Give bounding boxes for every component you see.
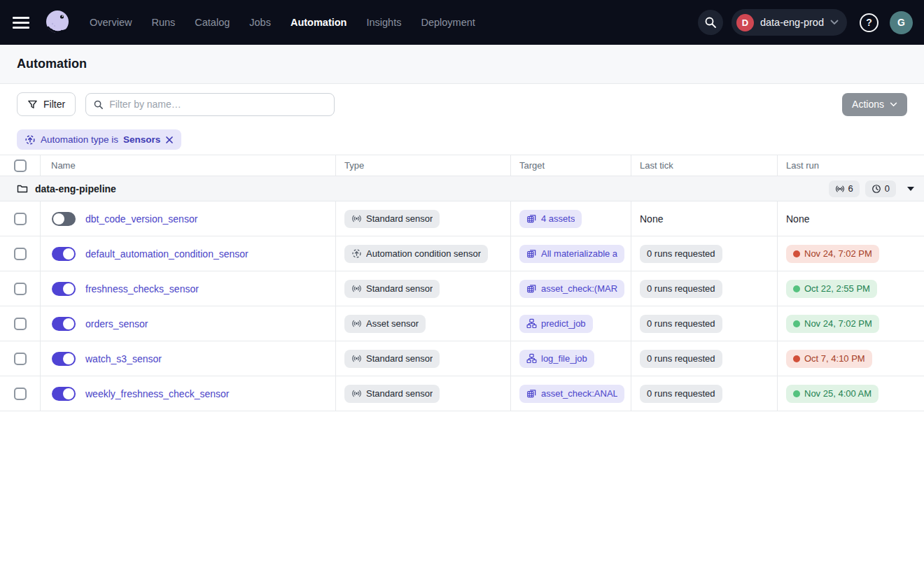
column-header-last-run: Last run bbox=[778, 155, 924, 176]
nav-items: Overview Runs Catalog Jobs Automation In… bbox=[90, 17, 475, 28]
group-counts: 6 0 bbox=[829, 180, 914, 197]
last-run-time: Nov 24, 7:02 PM bbox=[804, 318, 872, 329]
sensor-name-link[interactable]: default_automation_condition_sensor bbox=[85, 248, 248, 260]
nav-item-runs[interactable]: Runs bbox=[151, 17, 175, 28]
job-icon bbox=[526, 318, 537, 329]
target-badge[interactable]: log_file_job bbox=[519, 350, 594, 368]
sensor-name-link[interactable]: freshness_checks_sensor bbox=[85, 283, 199, 294]
type-badge: Standard sensor bbox=[344, 350, 440, 368]
column-header-last-tick: Last tick bbox=[631, 155, 778, 176]
actions-button[interactable]: Actions bbox=[842, 93, 907, 116]
type-label: Standard sensor bbox=[366, 388, 433, 399]
filter-button[interactable]: Filter bbox=[17, 92, 76, 116]
last-run-badge[interactable]: Oct 7, 4:10 PM bbox=[786, 350, 872, 368]
filter-button-label: Filter bbox=[43, 99, 65, 110]
last-run-badge[interactable]: Nov 25, 4:00 AM bbox=[786, 385, 878, 403]
target-badge[interactable]: 4 assets bbox=[519, 210, 582, 228]
search-input[interactable] bbox=[109, 99, 327, 110]
chevron-down-icon bbox=[890, 102, 897, 107]
target-badge[interactable]: asset_check:ANALY bbox=[519, 385, 624, 403]
row-checkbox[interactable] bbox=[14, 353, 27, 365]
target-badge[interactable]: asset_check:(MARK bbox=[519, 280, 624, 298]
page-header: Automation bbox=[0, 45, 924, 84]
nav-item-automation[interactable]: Automation bbox=[290, 17, 347, 28]
group-row-data-eng-pipeline[interactable]: data-eng-pipeline 6 0 bbox=[0, 176, 924, 201]
sensor-icon bbox=[351, 283, 362, 294]
last-tick-badge: 0 runs requested bbox=[640, 245, 722, 263]
sensor-toggle[interactable] bbox=[52, 317, 76, 331]
dagster-logo-icon[interactable] bbox=[42, 7, 73, 38]
failure-dot-icon bbox=[793, 355, 800, 362]
nav-item-catalog[interactable]: Catalog bbox=[195, 17, 230, 28]
row-checkbox[interactable] bbox=[14, 388, 27, 400]
select-all-checkbox[interactable] bbox=[14, 159, 27, 172]
last-tick-badge: 0 runs requested bbox=[640, 385, 722, 403]
row-checkbox[interactable] bbox=[14, 318, 27, 330]
search-icon[interactable] bbox=[698, 10, 723, 35]
type-badge: Standard sensor bbox=[344, 280, 440, 298]
table-row: watch_s3_sensor Standard sensor log_file… bbox=[0, 341, 924, 376]
target-label: log_file_job bbox=[541, 353, 587, 364]
sensor-toggle[interactable] bbox=[52, 282, 76, 296]
funnel-icon bbox=[27, 99, 38, 110]
last-tick-badge: 0 runs requested bbox=[640, 350, 722, 368]
last-tick-value: None bbox=[640, 213, 663, 225]
avatar-initial: G bbox=[897, 17, 905, 28]
type-badge: Asset sensor bbox=[344, 315, 426, 333]
success-dot-icon bbox=[793, 390, 800, 397]
nav-item-jobs[interactable]: Jobs bbox=[249, 17, 271, 28]
deployment-selector[interactable]: D data-eng-prod bbox=[732, 9, 847, 36]
asset-icon bbox=[526, 388, 537, 399]
nav-item-overview[interactable]: Overview bbox=[90, 17, 132, 28]
help-icon[interactable]: ? bbox=[860, 13, 878, 32]
folder-icon bbox=[17, 183, 28, 194]
nav-item-insights[interactable]: Insights bbox=[366, 17, 401, 28]
last-run-badge[interactable]: Nov 24, 7:02 PM bbox=[786, 315, 879, 333]
avatar[interactable]: G bbox=[890, 11, 913, 34]
sensor-name-link[interactable]: weekly_freshness_check_sensor bbox=[85, 388, 229, 399]
sensor-name-link[interactable]: dbt_code_version_sensor bbox=[85, 213, 197, 225]
top-nav: Overview Runs Catalog Jobs Automation In… bbox=[0, 0, 924, 45]
sensor-toggle[interactable] bbox=[52, 247, 76, 261]
row-checkbox[interactable] bbox=[14, 248, 27, 260]
help-glyph: ? bbox=[866, 17, 872, 28]
filter-chip-value: Sensors bbox=[123, 134, 160, 145]
close-icon[interactable] bbox=[165, 136, 174, 144]
type-label: Asset sensor bbox=[366, 318, 419, 329]
success-dot-icon bbox=[793, 285, 800, 292]
nav-item-deployment[interactable]: Deployment bbox=[421, 17, 475, 28]
nav-right: D data-eng-prod ? G bbox=[698, 9, 913, 36]
last-run-value: None bbox=[786, 213, 809, 225]
row-checkbox[interactable] bbox=[14, 283, 27, 295]
target-label: All materializable as bbox=[541, 248, 617, 259]
collapse-caret-icon[interactable] bbox=[907, 187, 914, 191]
filter-chip-prefix: Automation type is bbox=[41, 134, 118, 145]
clock-icon bbox=[872, 184, 881, 194]
hamburger-menu-icon[interactable] bbox=[13, 13, 32, 32]
filter-chip-automation-type[interactable]: Automation type is Sensors bbox=[17, 129, 181, 150]
sensor-toggle[interactable] bbox=[52, 212, 76, 226]
toolbar: Filter Actions bbox=[0, 84, 924, 125]
deployment-initial-badge: D bbox=[736, 14, 754, 31]
sensor-toggle[interactable] bbox=[52, 387, 76, 401]
sensor-icon bbox=[351, 388, 362, 399]
sensor-count-badge: 6 bbox=[829, 180, 860, 197]
sensor-name-link[interactable]: watch_s3_sensor bbox=[85, 353, 162, 364]
target-label: asset_check:(MARK bbox=[541, 283, 617, 294]
schedule-count: 0 bbox=[885, 183, 890, 194]
type-label: Standard sensor bbox=[366, 283, 433, 294]
last-run-badge[interactable]: Nov 24, 7:02 PM bbox=[786, 245, 879, 263]
last-run-badge[interactable]: Oct 22, 2:55 PM bbox=[786, 280, 877, 298]
asset-icon bbox=[526, 283, 537, 294]
sensor-name-link[interactable]: orders_sensor bbox=[85, 318, 148, 329]
last-tick-badge: 0 runs requested bbox=[640, 280, 722, 298]
target-badge[interactable]: All materializable as bbox=[519, 245, 624, 263]
success-dot-icon bbox=[793, 320, 800, 327]
asset-icon bbox=[526, 213, 537, 224]
type-label: Standard sensor bbox=[366, 213, 433, 224]
sensor-toggle[interactable] bbox=[52, 352, 76, 366]
target-badge[interactable]: predict_job bbox=[519, 315, 593, 333]
magnifier-icon bbox=[93, 99, 104, 110]
row-checkbox[interactable] bbox=[14, 213, 27, 225]
sensor-icon bbox=[351, 353, 362, 364]
